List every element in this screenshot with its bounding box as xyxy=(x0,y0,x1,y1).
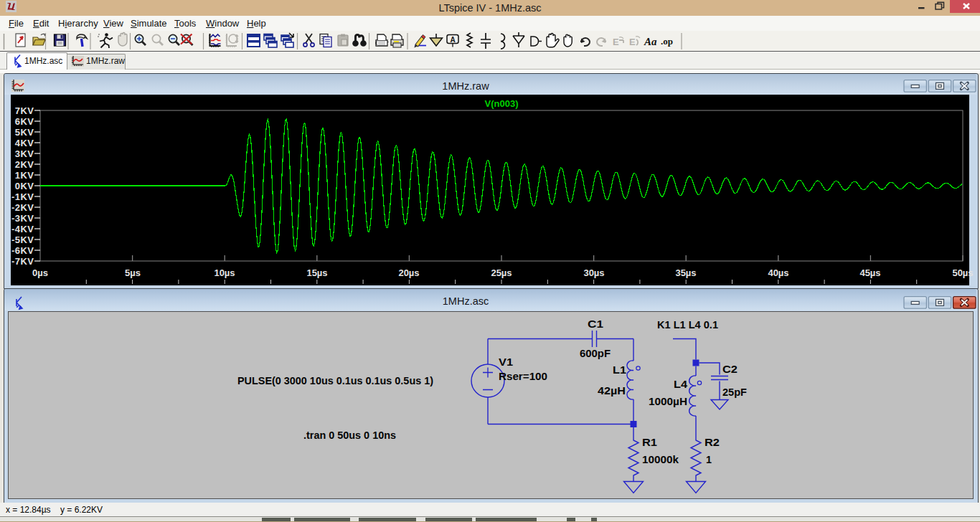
svg-text:30µs: 30µs xyxy=(583,267,604,278)
svg-text:V(n003): V(n003) xyxy=(485,98,519,109)
svg-text:15µs: 15µs xyxy=(306,267,327,278)
svg-text:-6KV: -6KV xyxy=(11,245,34,256)
svg-text:-3KV: -3KV xyxy=(11,213,34,224)
svg-text:-5KV: -5KV xyxy=(11,234,34,245)
svg-text:0KV: 0KV xyxy=(15,181,34,191)
svg-text:C2: C2 xyxy=(722,363,738,375)
svg-text:R1: R1 xyxy=(642,436,657,448)
svg-text:25pF: 25pF xyxy=(722,386,747,398)
svg-text:4KV: 4KV xyxy=(15,138,34,148)
svg-text:L1: L1 xyxy=(613,364,626,376)
svg-text:Aa: Aa xyxy=(644,36,657,47)
svg-text:L4: L4 xyxy=(674,378,688,390)
svg-text:1000µH: 1000µH xyxy=(649,395,687,407)
svg-text:50µs: 50µs xyxy=(952,267,973,278)
svg-text:40µs: 40µs xyxy=(768,267,788,278)
svg-text:E: E xyxy=(613,37,619,47)
svg-text:2KV: 2KV xyxy=(15,159,34,170)
svg-text:0µs: 0µs xyxy=(32,267,48,278)
svg-text:E: E xyxy=(629,37,636,47)
svg-text:K1 L1 L4 0.1: K1 L1 L4 0.1 xyxy=(657,318,718,331)
svg-text:-1KV: -1KV xyxy=(11,191,34,202)
svg-text:10µs: 10µs xyxy=(214,267,235,278)
svg-text:600pF: 600pF xyxy=(580,347,611,359)
svg-text:35µs: 35µs xyxy=(675,267,696,278)
svg-text:6KV: 6KV xyxy=(15,116,34,127)
svg-text:5KV: 5KV xyxy=(15,127,34,138)
svg-text:42µH: 42µH xyxy=(598,384,626,397)
svg-text:5µs: 5µs xyxy=(125,267,141,278)
svg-text:PULSE(0 3000 10us 0.1us 0.1us: PULSE(0 3000 10us 0.1us 0.1us 0.5us 1) xyxy=(237,374,433,386)
svg-text:1: 1 xyxy=(706,453,712,465)
svg-text:-7KV: -7KV xyxy=(11,256,34,267)
svg-text:C1: C1 xyxy=(588,318,603,330)
svg-text:.op: .op xyxy=(661,36,673,47)
svg-text:45µs: 45µs xyxy=(859,267,880,278)
svg-text:R2: R2 xyxy=(705,436,720,448)
svg-text:10000k: 10000k xyxy=(642,453,679,465)
svg-text:20µs: 20µs xyxy=(398,267,419,278)
svg-text:25µs: 25µs xyxy=(491,267,512,278)
svg-text:3KV: 3KV xyxy=(15,148,34,159)
svg-text:1KV: 1KV xyxy=(15,170,34,181)
svg-text:-4KV: -4KV xyxy=(11,224,34,234)
svg-text:-2KV: -2KV xyxy=(11,202,34,213)
svg-text:.tran 0 50us 0 10ns: .tran 0 50us 0 10ns xyxy=(303,429,396,441)
svg-text:A: A xyxy=(450,36,455,44)
svg-text:Rser=100: Rser=100 xyxy=(499,370,547,382)
svg-text:V1: V1 xyxy=(499,356,513,368)
svg-text:7KV: 7KV xyxy=(15,105,34,116)
